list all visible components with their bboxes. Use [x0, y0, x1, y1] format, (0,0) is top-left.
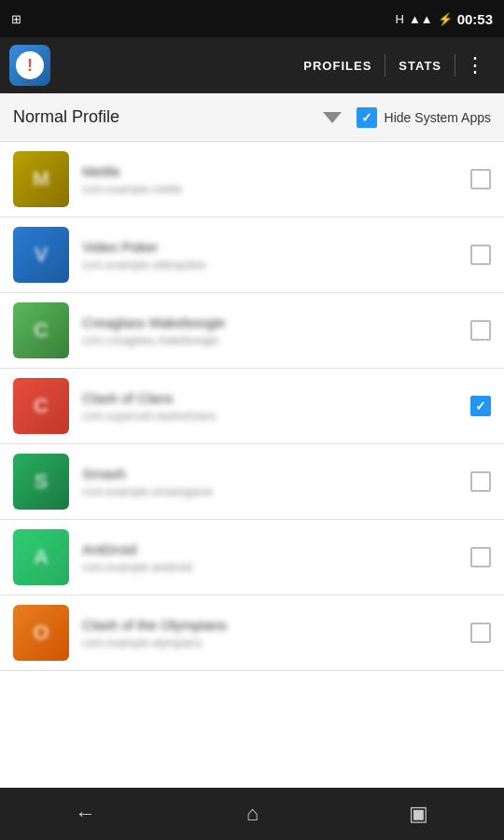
app-list: MMettlecom.example.mettleVVideo Pokercom…: [0, 142, 504, 788]
status-icons: H ▲▲ ⚡ 00:53: [396, 11, 494, 27]
stats-button[interactable]: STATS: [385, 51, 455, 80]
bottom-nav: ← ⌂ ▣: [0, 788, 504, 840]
list-item[interactable]: AAntDroidcom.example.antdroid: [0, 520, 504, 595]
app-icon-4: S: [13, 454, 69, 510]
grid-icon: ⊞: [11, 12, 21, 26]
app-desc-5: com.example.antdroid: [82, 561, 470, 574]
app-checkbox-2[interactable]: [470, 320, 491, 341]
app-name-6: Clash of the Olympians: [82, 617, 470, 633]
status-bar-left: ⊞: [11, 12, 390, 26]
app-info-6: Clash of the Olympianscom.example.olympi…: [82, 617, 470, 650]
list-item[interactable]: CCreaglass Makeboogiecom.creaglass.makeb…: [0, 293, 504, 369]
app-info-3: Clash of Clanscom.supercell.clashofclans: [82, 390, 470, 423]
logo-inner: !: [16, 51, 44, 79]
app-logo: !: [9, 45, 50, 86]
logo-icon: !: [27, 56, 33, 76]
app-info-5: AntDroidcom.example.antdroid: [82, 541, 470, 574]
more-menu-button[interactable]: ⋮: [455, 46, 495, 85]
app-info-0: Mettlecom.example.mettle: [82, 163, 470, 196]
list-item[interactable]: OClash of the Olympianscom.example.olymp…: [0, 595, 504, 671]
hide-system-label: Hide System Apps: [385, 110, 491, 125]
list-item[interactable]: SSmashcom.example.smashgame: [0, 444, 504, 520]
app-icon-5: A: [13, 529, 69, 585]
app-desc-4: com.example.smashgame: [82, 485, 470, 498]
back-button[interactable]: ←: [57, 792, 115, 835]
app-checkbox-4[interactable]: [470, 471, 491, 492]
home-button[interactable]: ⌂: [228, 792, 277, 835]
app-name-2: Creaglass Makeboogie: [82, 315, 470, 330]
recents-button[interactable]: ▣: [390, 792, 447, 835]
signal-icon: H: [396, 12, 404, 26]
list-item[interactable]: VVideo Pokercom.example.videopoker: [0, 217, 504, 293]
app-icon-6: O: [13, 605, 69, 661]
list-item[interactable]: CClash of Clanscom.supercell.clashofclan…: [0, 369, 504, 444]
filter-bar: Normal Profile Hide System Apps: [0, 93, 504, 142]
profiles-button[interactable]: PROFILES: [290, 51, 385, 80]
app-info-2: Creaglass Makeboogiecom.creaglass.makebo…: [82, 315, 470, 347]
network-icon: ▲▲: [409, 12, 433, 26]
app-desc-6: com.example.olympians: [82, 637, 470, 650]
app-name-4: Smash: [82, 466, 470, 482]
app-checkbox-3[interactable]: [470, 396, 491, 416]
app-checkbox-0[interactable]: [470, 169, 491, 189]
app-desc-1: com.example.videopoker: [82, 259, 470, 272]
app-icon-1: V: [13, 227, 69, 283]
app-desc-0: com.example.mettle: [82, 183, 470, 196]
hide-system-checkbox[interactable]: [357, 107, 377, 128]
app-checkbox-1[interactable]: [470, 245, 491, 265]
app-desc-3: com.supercell.clashofclans: [82, 410, 470, 423]
navbar: ! PROFILES STATS ⋮: [0, 37, 504, 93]
app-info-4: Smashcom.example.smashgame: [82, 466, 470, 498]
app-info-1: Video Pokercom.example.videopoker: [82, 239, 470, 272]
status-bar: ⊞ H ▲▲ ⚡ 00:53: [0, 0, 504, 37]
app-name-5: AntDroid: [82, 541, 470, 557]
app-icon-3: C: [13, 378, 69, 434]
status-time: 00:53: [457, 11, 493, 27]
app-name-3: Clash of Clans: [82, 390, 470, 406]
hide-system-apps-toggle[interactable]: Hide System Apps: [357, 107, 491, 128]
list-item[interactable]: MMettlecom.example.mettle: [0, 142, 504, 217]
dropdown-arrow-icon[interactable]: [323, 112, 342, 123]
app-desc-2: com.creaglass.makeboogie: [82, 334, 470, 347]
app-icon-2: C: [13, 302, 69, 358]
app-checkbox-6[interactable]: [470, 623, 491, 643]
profile-title: Normal Profile: [13, 107, 323, 127]
app-icon-0: M: [13, 151, 69, 207]
app-checkbox-5[interactable]: [470, 547, 491, 567]
app-name-1: Video Poker: [82, 239, 470, 255]
app-name-0: Mettle: [82, 163, 470, 179]
battery-icon: ⚡: [438, 12, 453, 26]
